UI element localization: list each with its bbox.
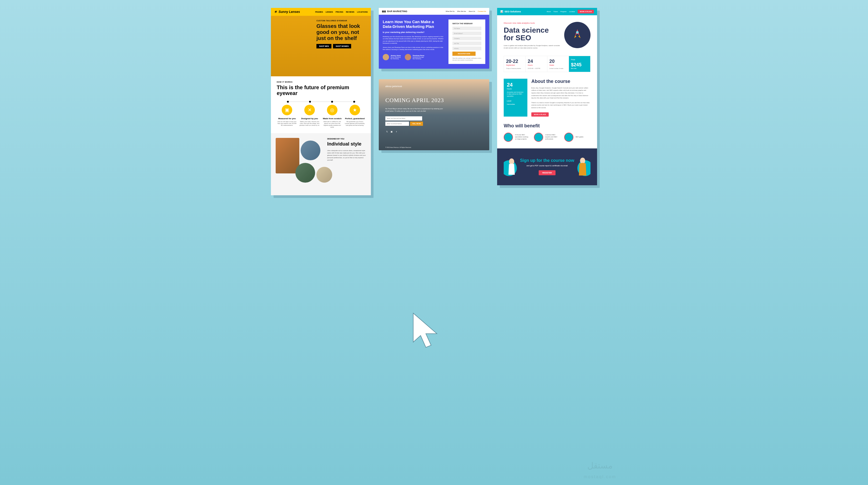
coming-soon-headline: COMING APRIL 2023 xyxy=(385,97,483,104)
sunny-logo[interactable]: ☀ Sunny Lenses xyxy=(274,10,300,14)
person-icon xyxy=(534,133,543,142)
feature-designed: ✕Designed by youSelect your style, choos… xyxy=(299,105,320,128)
stat-hours: 24Hours10:00 AM — 6:00 PM xyxy=(526,56,547,72)
rocket-illustration xyxy=(564,22,590,48)
feature-made: ◎Made from scratchEach pair is crafted f… xyxy=(322,105,342,128)
about-p1: Every day, Google Analytics, Google Sear… xyxy=(531,87,590,99)
feature-measured: ▣Measured for youUse our iOS app to scan… xyxy=(277,105,297,128)
bar-marketing-template: ▮▮▮BAR MARKETING What We Do Who We Are A… xyxy=(379,8,489,69)
nav-about[interactable]: About Us xyxy=(469,10,475,12)
camera-icon: ▣ xyxy=(282,105,292,115)
benefit-item: In-house SEO specialists working on larg… xyxy=(504,133,530,142)
shop-men-button[interactable]: SHOP MEN xyxy=(316,44,332,49)
how-headline: This is the future of premium eyewear xyxy=(277,85,365,96)
input-email[interactable] xyxy=(385,122,409,126)
stat-price: Price$245Best offer xyxy=(569,56,590,72)
sunny-header: ☀ Sunny Lenses FRAMES LENSES PRICING REV… xyxy=(271,8,371,16)
bar-logo[interactable]: ▮▮▮BAR MARKETING xyxy=(382,10,407,12)
person-image xyxy=(296,163,315,183)
nav-what[interactable]: What We Do xyxy=(445,10,455,12)
nav-about[interactable]: About xyxy=(547,11,551,12)
sunny-hero: CUSTOM-TAILORED EYEWEAR Glasses that loo… xyxy=(271,16,371,76)
hero-body: Learn to gather and analyze data provide… xyxy=(504,44,560,49)
sunny-nav: FRAMES LENSES PRICING REVIEWS LOCATIONS xyxy=(315,11,368,13)
twitter-icon[interactable]: 𝕏 xyxy=(385,130,389,133)
input-industry[interactable]: Industry xyxy=(453,47,482,50)
who-will-benefit: Who will benefit In-house SEO specialist… xyxy=(497,123,597,148)
nav-who[interactable]: Who We Are xyxy=(457,10,466,12)
section-eyebrow: DESIGNED BY YOU xyxy=(327,138,366,140)
input-job[interactable]: Job Title xyxy=(453,41,482,45)
nav-contact[interactable]: Contact Us xyxy=(478,10,486,12)
alexa-template: alexa peterson COMING APRIL 2023 My Trav… xyxy=(379,79,489,150)
about-course: 24 Hours of practice and immersion in da… xyxy=(504,79,590,117)
nav-reviews[interactable]: REVIEWS xyxy=(346,11,354,13)
avatar xyxy=(383,54,389,60)
nav-locations[interactable]: LOCATIONS xyxy=(357,11,368,13)
person-image xyxy=(301,141,320,160)
how-eyebrow: HOW IT WORKS xyxy=(277,81,365,83)
shop-women-button[interactable]: SHOP WOMEN xyxy=(333,44,351,49)
person-image xyxy=(276,138,299,174)
nav-program[interactable]: Program xyxy=(560,11,566,12)
register-button[interactable]: REGISTER NOW xyxy=(453,52,475,56)
instagram-icon[interactable]: ▣ xyxy=(390,130,393,133)
brand-text: SEO Solutions xyxy=(504,10,521,13)
benefit-item: Licensed SEO experts and SEO enthusiasts xyxy=(534,133,560,142)
nav-lenses[interactable]: LENSES xyxy=(326,11,333,13)
chart-icon: ▮▮▮ xyxy=(382,10,386,12)
input-name[interactable]: Full Name xyxy=(453,27,482,30)
nav-pricing[interactable]: PRICING xyxy=(336,11,343,13)
book-button[interactable]: BOOK A PLACE xyxy=(578,10,594,13)
form-note: View this webinar now, and get notificat… xyxy=(453,57,482,61)
individual-style: DESIGNED BY YOU Individual style Like a … xyxy=(271,133,371,195)
cta-headline: Sign up for the course now xyxy=(520,158,575,163)
star-icon: ★ xyxy=(349,105,360,115)
cta-body: and get a PDF course report & certificat… xyxy=(520,165,575,166)
seo-hero: Discover new data analytics tools Data s… xyxy=(497,15,597,56)
signup-cta: Sign up for the course now and get a PDF… xyxy=(497,148,597,185)
benefit-headline: Who will benefit xyxy=(504,123,590,129)
hero-headline: Data science for SEO xyxy=(504,26,560,42)
bar-paragraph: Marketing your firm should never be reac… xyxy=(383,35,444,44)
form-title: WATCH THE WEBINAR xyxy=(453,23,482,25)
brand-text: BAR MARKETING xyxy=(387,10,407,12)
register-button[interactable]: REGISTER xyxy=(539,170,556,175)
bar-headline: Learn How You Can Make a Data-Driven Mar… xyxy=(383,20,444,29)
input-name[interactable] xyxy=(385,116,422,121)
input-email[interactable]: Email Address* xyxy=(453,32,482,35)
nav-tutors[interactable]: Tutors xyxy=(553,11,558,12)
avatar xyxy=(405,54,411,60)
brand-text: Sunny Lenses xyxy=(279,10,300,14)
nav-frames[interactable]: FRAMES xyxy=(315,11,323,13)
seo-template: 📊SEO Solutions About Tutors Program Loca… xyxy=(497,8,597,185)
person-illustration xyxy=(504,155,520,179)
stat-seats: 20SeatsLimited number of seats xyxy=(547,56,569,72)
speaker-2: Penelope PerezMarketing ManagerBee Marke… xyxy=(405,54,424,60)
seo-logo[interactable]: 📊SEO Solutions xyxy=(500,10,521,13)
svg-point-0 xyxy=(576,31,579,34)
hero-eyebrow: Discover new data analytics tools xyxy=(504,22,560,24)
feature-perfect: ★Perfect, guaranteedWe guarantee your Su… xyxy=(345,105,365,128)
cursor-icon xyxy=(408,310,445,353)
sun-icon: ☀ xyxy=(274,10,277,14)
people-collage xyxy=(276,138,323,190)
about-p2: There's no need to invent Google's consp… xyxy=(531,101,590,109)
sunny-lenses-template: ☀ Sunny Lenses FRAMES LENSES PRICING REV… xyxy=(271,8,371,195)
submit-button[interactable]: YES, I'M IN! xyxy=(410,122,423,126)
seo-header: 📊SEO Solutions About Tutors Program Loca… xyxy=(497,8,597,15)
nav-location[interactable]: Location xyxy=(569,11,575,12)
speaker-1: Jeremy AverySenior MarketingBar Marketin… xyxy=(383,54,401,60)
site-name: alexa peterson xyxy=(385,85,483,88)
facebook-icon[interactable]: f xyxy=(395,130,398,133)
chart-icon: 📊 xyxy=(500,10,503,13)
bar-subhead: Is your marketing plan delivering result… xyxy=(383,31,444,33)
course-stats: 20-22September3 days of intense practice… xyxy=(504,56,590,72)
coming-soon-body: My Travel Blog is almost ready. Be one o… xyxy=(385,108,444,112)
input-company[interactable]: Company xyxy=(453,37,482,40)
book-button[interactable]: BOOK A PLACE xyxy=(531,112,549,117)
social-links: 𝕏 ▣ f xyxy=(385,130,483,133)
pencil-icon: ✕ xyxy=(304,105,315,115)
bar-header: ▮▮▮BAR MARKETING What We Do Who We Are A… xyxy=(379,8,489,15)
glasses-icon: ◎ xyxy=(327,105,338,115)
